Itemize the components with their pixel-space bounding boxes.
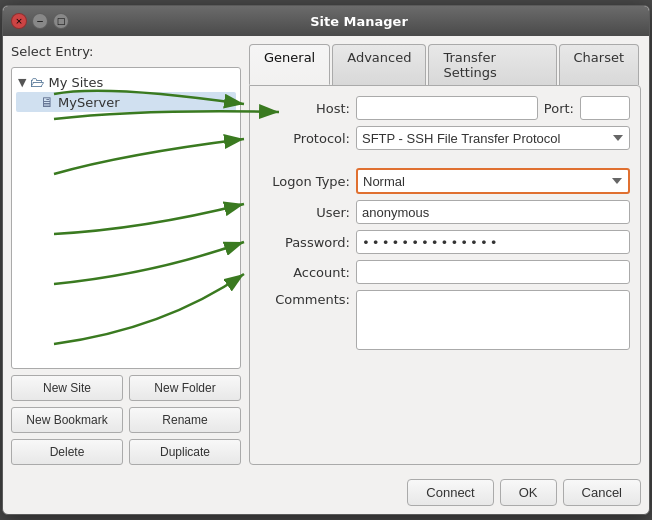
tab-content-general: Host: Port: Protocol: SFTP - SSH File Tr… <box>249 85 641 465</box>
tabs: General Advanced Transfer Settings Chars… <box>249 44 641 85</box>
left-panel: Select Entry: ▼ 🗁 My Sites 🖥 MyServer Ne… <box>11 44 241 465</box>
tab-charset-label: Charset <box>574 50 625 65</box>
new-bookmark-button[interactable]: New Bookmark <box>11 407 123 433</box>
password-label: Password: <box>260 235 350 250</box>
tree-view: ▼ 🗁 My Sites 🖥 MyServer <box>11 67 241 369</box>
window-title: Site Manager <box>77 14 641 29</box>
new-site-button[interactable]: New Site <box>11 375 123 401</box>
account-input[interactable] <box>356 260 630 284</box>
maximize-icon: □ <box>57 16 66 26</box>
tab-charset[interactable]: Charset <box>559 44 640 85</box>
tab-transfer-settings-label: Transfer Settings <box>443 50 496 80</box>
port-input[interactable] <box>580 96 630 120</box>
main-content: Select Entry: ▼ 🗁 My Sites 🖥 MyServer Ne… <box>3 36 649 473</box>
minimize-icon: − <box>36 16 44 26</box>
server-label: MyServer <box>58 95 120 110</box>
duplicate-button[interactable]: Duplicate <box>129 439 241 465</box>
account-label: Account: <box>260 265 350 280</box>
maximize-button[interactable]: □ <box>53 13 69 29</box>
minimize-button[interactable]: − <box>32 13 48 29</box>
rename-button[interactable]: Rename <box>129 407 241 433</box>
password-row: Password: <box>260 230 630 254</box>
tab-transfer-settings[interactable]: Transfer Settings <box>428 44 556 85</box>
comments-textarea[interactable] <box>356 290 630 350</box>
titlebar: × − □ Site Manager <box>3 6 649 36</box>
tree-folder-my-sites[interactable]: ▼ 🗁 My Sites <box>16 72 236 92</box>
tab-advanced-label: Advanced <box>347 50 411 65</box>
protocol-select[interactable]: SFTP - SSH File Transfer Protocol FTP - … <box>356 126 630 150</box>
comments-label: Comments: <box>260 290 350 307</box>
btn-row-1: New Site New Folder <box>11 375 241 401</box>
tree-arrow-icon: ▼ <box>18 76 26 89</box>
user-row: User: <box>260 200 630 224</box>
close-button[interactable]: × <box>11 13 27 29</box>
select-entry-label: Select Entry: <box>11 44 241 59</box>
titlebar-buttons: × − □ <box>11 13 69 29</box>
cancel-button[interactable]: Cancel <box>563 479 641 506</box>
folder-label: My Sites <box>48 75 103 90</box>
user-label: User: <box>260 205 350 220</box>
protocol-label: Protocol: <box>260 131 350 146</box>
bottom-bar: Connect OK Cancel <box>3 473 649 514</box>
account-row: Account: <box>260 260 630 284</box>
logon-label: Logon Type: <box>260 174 350 189</box>
logon-select[interactable]: Normal Anonymous Ask for password Intera… <box>356 168 630 194</box>
ok-button[interactable]: OK <box>500 479 557 506</box>
close-icon: × <box>15 16 23 26</box>
tree-item-myserver[interactable]: 🖥 MyServer <box>16 92 236 112</box>
tab-general-label: General <box>264 50 315 65</box>
right-panel: General Advanced Transfer Settings Chars… <box>249 44 641 465</box>
comments-row: Comments: <box>260 290 630 454</box>
host-row: Host: Port: <box>260 96 630 120</box>
tab-general[interactable]: General <box>249 44 330 85</box>
server-icon: 🖥 <box>40 94 54 110</box>
user-input[interactable] <box>356 200 630 224</box>
folder-icon: 🗁 <box>30 74 44 90</box>
tab-advanced[interactable]: Advanced <box>332 44 426 85</box>
connect-button[interactable]: Connect <box>407 479 493 506</box>
host-label: Host: <box>260 101 350 116</box>
new-folder-button[interactable]: New Folder <box>129 375 241 401</box>
logon-row: Logon Type: Normal Anonymous Ask for pas… <box>260 168 630 194</box>
password-input[interactable] <box>356 230 630 254</box>
btn-row-2: New Bookmark Rename <box>11 407 241 433</box>
spacer <box>260 156 630 162</box>
site-manager-window: × − □ Site Manager Select Entry: ▼ 🗁 My … <box>2 5 650 515</box>
btn-row-3: Delete Duplicate <box>11 439 241 465</box>
protocol-row: Protocol: SFTP - SSH File Transfer Proto… <box>260 126 630 150</box>
port-label: Port: <box>544 101 574 116</box>
delete-button[interactable]: Delete <box>11 439 123 465</box>
host-input[interactable] <box>356 96 538 120</box>
